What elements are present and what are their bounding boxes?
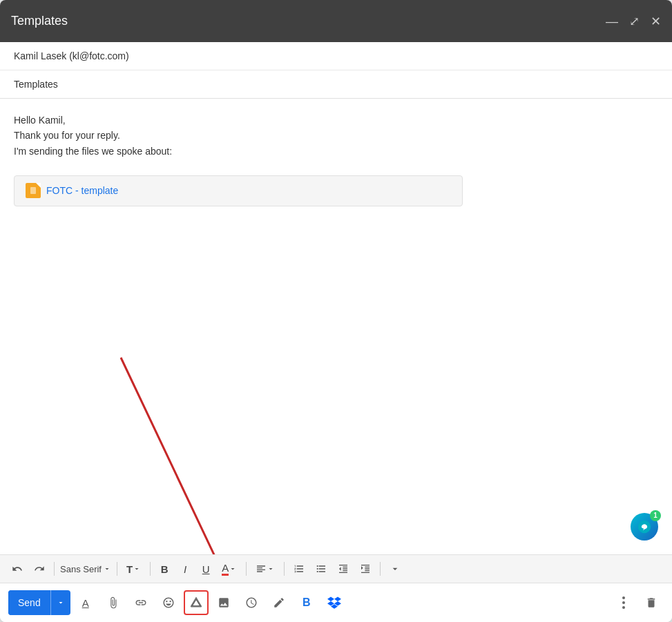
bold-label: B [161,563,169,575]
toolbar-separator-1 [54,562,55,576]
body-line-2: Thank you for your reply. [14,128,658,143]
toolbar-separator-5 [284,562,285,576]
link-icon [135,596,147,609]
chat-icon-button[interactable]: 1 [631,513,658,541]
italic-button[interactable]: I [175,559,195,579]
format-text-icon: A [82,597,89,609]
email-body[interactable]: Hello Kamil, Thank you for your reply. I… [0,99,672,554]
font-family-label: Sans Serif [60,564,102,574]
window-controls: — ⤢ ✕ [606,15,661,28]
attach-icon [107,596,119,609]
emoji-icon [162,596,175,609]
text-color-label: A [222,562,229,576]
fields-section: Kamil Lasek (kl@fotc.com) Templates [0,42,672,99]
send-button-wrapper[interactable]: Send [8,590,70,615]
send-label: Send [18,597,41,608]
close-button[interactable]: ✕ [651,15,661,28]
more-options-button[interactable] [611,590,636,615]
text-color-button[interactable]: A [217,559,242,579]
boomerang-icon: B [303,596,311,609]
image-button[interactable] [211,590,236,615]
schedule-button[interactable] [239,590,264,615]
title-bar: Templates — ⤢ ✕ [0,0,672,42]
attach-button[interactable] [101,590,126,615]
body-line-1: Hello Kamil, [14,113,658,128]
toolbar-separator-6 [380,562,381,576]
chat-badge: 1 [650,510,661,521]
schedule-icon [245,596,258,609]
from-field-row: Kamil Lasek (kl@fotc.com) [0,42,672,70]
indent-less-button[interactable] [333,559,354,579]
chat-svg-icon [637,519,652,534]
send-button[interactable]: Send [8,590,50,615]
dropbox-icon [327,596,341,609]
svg-point-4 [622,601,625,604]
numbered-list-button[interactable] [289,559,309,579]
template-button[interactable] [184,590,209,615]
email-compose-window: Templates — ⤢ ✕ Kamil Lasek (kl@fotc.com… [0,0,672,622]
align-button[interactable] [251,559,280,579]
underline-label: U [202,563,210,575]
bulleted-list-button[interactable] [311,559,332,579]
emoji-button[interactable] [156,590,181,615]
formatting-toolbar: Sans Serif T B I U A [0,554,672,583]
more-formatting-button[interactable] [385,559,405,579]
template-icon [190,596,202,609]
send-dropdown-button[interactable] [50,590,70,615]
attachment-area: FOTC - template [14,175,658,206]
toolbar-separator-3 [150,562,151,576]
link-button[interactable] [128,590,153,615]
bold-button[interactable]: B [155,559,174,579]
attachment-name[interactable]: FOTC - template [46,183,118,198]
font-size-label: T [126,563,133,575]
italic-label: I [184,563,186,575]
maximize-button[interactable]: ⤢ [629,15,640,28]
underline-button[interactable]: U [196,559,215,579]
subject-value: Templates [14,79,58,90]
toolbar-separator-2 [117,562,117,576]
signature-icon [273,596,285,609]
file-icon [26,183,41,198]
from-value: Kamil Lasek (kl@fotc.com) [14,50,129,61]
svg-point-3 [622,596,625,599]
send-dropdown-icon [57,599,65,607]
svg-point-5 [622,606,625,609]
format-text-button[interactable]: A [73,590,98,615]
attachment-item[interactable]: FOTC - template [14,175,463,206]
action-bar: Send A [0,583,672,622]
signature-button[interactable] [267,590,291,615]
font-size-button[interactable]: T [122,559,146,579]
file-icon-inner [30,187,36,194]
indent-more-button[interactable] [355,559,376,579]
svg-line-1 [121,358,265,554]
font-family-button[interactable]: Sans Serif [59,559,113,579]
subject-field-row: Templates [0,70,672,98]
more-options-icon [622,596,625,609]
image-icon [218,596,230,609]
redo-button[interactable] [29,559,50,579]
minimize-button[interactable]: — [606,15,618,28]
annotation-arrow [0,292,672,554]
dropbox-button[interactable] [322,590,347,615]
undo-button[interactable] [7,559,28,579]
window-title: Templates [11,14,68,28]
toolbar-separator-4 [246,562,247,576]
boomerang-button[interactable]: B [294,590,319,615]
delete-icon [645,596,657,609]
delete-button[interactable] [639,590,664,615]
body-line-3: I'm sending the files we spoke about: [14,144,658,159]
